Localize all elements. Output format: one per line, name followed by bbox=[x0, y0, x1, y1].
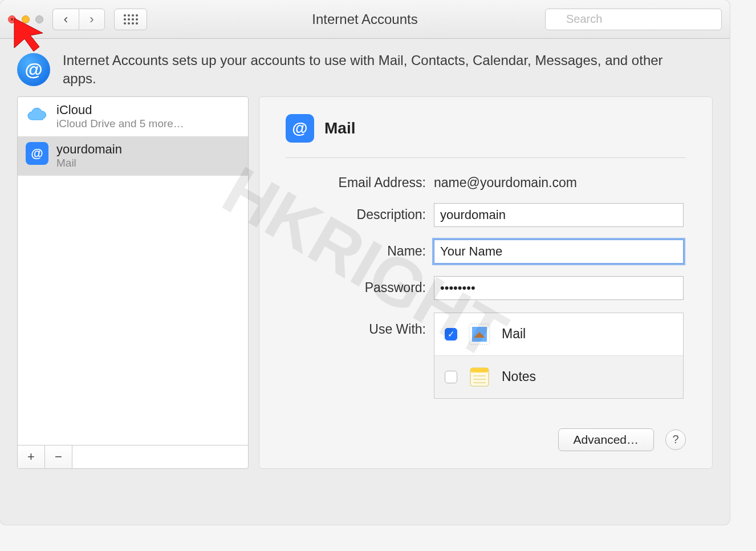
password-input[interactable] bbox=[434, 276, 684, 300]
back-button[interactable]: ‹ bbox=[52, 9, 79, 30]
sidebar-item-yourdomain[interactable]: @ yourdomain Mail bbox=[18, 136, 248, 176]
sidebar-item-label: iCloud bbox=[56, 103, 184, 118]
sidebar-footer: + − bbox=[18, 445, 248, 468]
zoom-window-button[interactable] bbox=[35, 15, 43, 23]
checkbox-mail[interactable]: ✓ bbox=[445, 328, 457, 341]
main-content: iCloud iCloud Drive and 5 more… @ yourdo… bbox=[0, 96, 730, 486]
nav-group: ‹ › bbox=[52, 9, 105, 30]
checkbox-notes[interactable] bbox=[445, 371, 457, 383]
show-all-button[interactable] bbox=[114, 9, 147, 30]
grid-icon bbox=[124, 14, 138, 25]
label-usewith: Use With: bbox=[286, 313, 434, 337]
label-description: Description: bbox=[286, 207, 434, 222]
usewith-label: Mail bbox=[502, 326, 526, 342]
row-description: Description: bbox=[286, 203, 686, 227]
row-password: Password: bbox=[286, 276, 686, 300]
label-email: Email Address: bbox=[286, 175, 434, 191]
sidebar-item-subtitle: Mail bbox=[56, 157, 122, 169]
remove-account-button[interactable]: − bbox=[45, 445, 72, 468]
detail-header: @ Mail bbox=[286, 114, 686, 158]
help-button[interactable]: ? bbox=[665, 430, 686, 450]
svg-rect-5 bbox=[470, 368, 489, 372]
sidebar-item-subtitle: iCloud Drive and 5 more… bbox=[56, 118, 184, 130]
sidebar-item-icloud[interactable]: iCloud iCloud Drive and 5 more… bbox=[18, 97, 248, 136]
usewith-item-mail[interactable]: ✓ Mail bbox=[434, 313, 683, 355]
mail-stamp-icon bbox=[468, 322, 491, 346]
minimize-window-button[interactable] bbox=[22, 15, 30, 23]
cloud-icon bbox=[26, 103, 48, 125]
description-input[interactable] bbox=[434, 203, 684, 227]
row-usewith: Use With: ✓ Mail Notes bbox=[286, 313, 686, 399]
at-app-icon: @ bbox=[286, 114, 314, 143]
detail-footer: Advanced… ? bbox=[286, 411, 686, 451]
accounts-sidebar: iCloud iCloud Drive and 5 more… @ yourdo… bbox=[17, 96, 249, 469]
close-window-button[interactable]: × bbox=[8, 15, 16, 23]
header-strip: @ Internet Accounts sets up your account… bbox=[0, 39, 730, 96]
forward-button[interactable]: › bbox=[79, 9, 105, 30]
at-icon: @ bbox=[26, 142, 48, 165]
notes-icon bbox=[468, 365, 491, 389]
preferences-window: × ‹ › Internet Accounts bbox=[0, 0, 730, 525]
name-input[interactable] bbox=[434, 240, 684, 264]
row-email: Email Address: name@yourdomain.com bbox=[286, 175, 686, 191]
usewith-label: Notes bbox=[502, 369, 536, 384]
usewith-item-notes[interactable]: Notes bbox=[434, 355, 683, 398]
label-password: Password: bbox=[286, 280, 434, 295]
chevron-left-icon: ‹ bbox=[64, 12, 68, 27]
accounts-list: iCloud iCloud Drive and 5 more… @ yourdo… bbox=[18, 97, 248, 445]
search-input[interactable] bbox=[545, 9, 722, 30]
toolbar: × ‹ › Internet Accounts bbox=[0, 0, 730, 39]
value-email: name@yourdomain.com bbox=[434, 175, 577, 191]
advanced-button[interactable]: Advanced… bbox=[558, 428, 654, 451]
detail-title: Mail bbox=[324, 119, 355, 137]
account-detail-panel: @ Mail Email Address: name@yourdomain.co… bbox=[259, 96, 713, 469]
usewith-list: ✓ Mail Notes bbox=[434, 313, 684, 399]
chevron-right-icon: › bbox=[90, 12, 94, 27]
label-name: Name: bbox=[286, 244, 434, 259]
at-globe-icon: @ bbox=[17, 53, 50, 86]
traffic-lights: × bbox=[8, 15, 43, 23]
sidebar-item-label: yourdomain bbox=[56, 142, 122, 157]
header-description: Internet Accounts sets up your accounts … bbox=[63, 51, 690, 88]
add-account-button[interactable]: + bbox=[18, 445, 45, 468]
row-name: Name: bbox=[286, 240, 686, 264]
